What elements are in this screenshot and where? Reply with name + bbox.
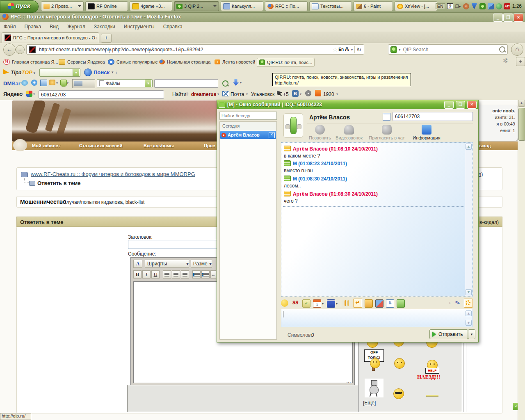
breadcrumb-forum-link[interactable]: www.RF-Cheats.ru :: Форум читеров и бото… [31,171,195,177]
url-input[interactable] [38,46,332,53]
nav-item-logout[interactable]: ыход [479,143,491,148]
remove-format-button[interactable]: A [133,260,142,268]
send-options-button[interactable]: ▼ [468,329,475,339]
tipatop-search-icon[interactable] [84,68,92,76]
help-tray-icon[interactable]: ? [447,3,453,9]
network-tray-icon[interactable] [488,3,494,9]
language-indicator[interactable]: EN [436,3,445,9]
quill-settings-icon[interactable]: ✎ [453,299,462,308]
smiley-picker-icon[interactable] [281,299,288,307]
ordered-list-button[interactable] [192,270,201,278]
bookmark-qip-ru[interactable]: QIP.RU: почта, поис... [257,58,315,67]
menu-bookmarks[interactable]: Закладки [94,22,115,32]
scroll-up-button[interactable]: ▲ [518,100,525,107]
align-left-button[interactable] [163,270,171,278]
firefox-title-bar[interactable]: RFC :: Портал читеров и ботоводов - Отве… [0,12,525,22]
qip-minimize-button[interactable]: _ [444,101,454,109]
dictionary-badge[interactable]: En [338,47,344,52]
align-center-button[interactable] [172,270,180,278]
taskbar-button-xnview[interactable]: XnView - [... [395,1,437,11]
yandex-counter[interactable]: +5 [283,91,289,97]
yandex-city-link[interactable]: Ульяновск [251,91,274,97]
search-input[interactable] [402,46,498,53]
bookmark-yandex-services[interactable]: Сервисы Яндекса [59,58,105,66]
qip-tray-icon[interactable] [479,3,486,9]
angry-smiley-icon[interactable] [394,358,405,369]
send-image-icon[interactable] [375,299,383,308]
nav-item-cabinet[interactable]: Мой кабинет [32,143,60,148]
punto-tray-icon[interactable] [471,3,477,9]
search-bar[interactable]: ▾ [388,44,508,55]
forward-button[interactable]: → [16,45,25,54]
nav-item-project[interactable]: Прое [204,143,215,148]
chat-scrollbar[interactable]: ▲ ▼ [465,143,472,296]
dmbar-pages-icon[interactable] [40,80,47,86]
tray-clock[interactable]: 1:26 [512,3,522,9]
outdent-button[interactable]: ← [210,270,216,278]
menu-file[interactable]: Файл [4,22,16,32]
new-tab-button[interactable]: + [101,34,112,43]
split-view-icon[interactable]: ⇅ [386,299,394,308]
back-button[interactable]: ← [3,43,16,56]
menu-view[interactable]: Вид [50,22,59,32]
knight-smiley-icon[interactable] [365,379,383,397]
user-info-line[interactable]: onic noob. [492,108,515,113]
bold-button[interactable]: B [133,270,142,278]
bookmark-star-icon[interactable]: ☆ [333,46,338,53]
tipatop-search-button[interactable]: Поиск [94,69,110,75]
resolution-folder-icon[interactable] [315,90,321,96]
taskbar-button-explorer[interactable]: 2 Прово... [41,1,84,11]
yandex-mail-menu[interactable]: Почта [231,91,244,97]
restore-tray-icon[interactable]: ❐▾ [455,4,461,9]
nav-item-stats[interactable]: Статистика мнений [79,143,123,148]
chevron-down-icon[interactable]: ▾ [336,302,338,306]
offtopic-smiley-icon[interactable] [370,358,380,368]
dmbar-flask-icon[interactable] [60,80,67,87]
menu-history[interactable]: Журнал [67,22,85,32]
add-toolbar-button[interactable]: + [516,57,525,66]
dmbar-brand[interactable]: DMBar [3,80,21,87]
send-on-enter-icon[interactable]: ↵ [353,299,362,308]
wrench-icon[interactable]: ⚒ [501,58,509,65]
spellcheck-icon[interactable]: ✓ [302,299,310,308]
download-manager-tray-icon[interactable] [496,3,502,9]
italic-button[interactable]: I [142,270,151,278]
tipatop-brand[interactable]: TipaTOP ▾ [11,69,35,75]
dmbar-files-select[interactable]: Файлы▾ [97,79,153,87]
dmbar-screenshot-button[interactable] [72,79,95,88]
minimize-button[interactable]: _ [493,14,503,22]
nav-item-albums[interactable]: Все альбомы [144,143,174,148]
qip-close-button[interactable]: ✕ [467,101,477,109]
gear-icon[interactable] [464,299,473,308]
align-right-button[interactable] [181,270,189,278]
yandex-user-menu[interactable]: dreamerus [191,91,216,97]
qip-uin-field[interactable]: 606142703 [393,112,473,121]
bullet-list-button[interactable] [201,270,210,278]
file-transfer-icon[interactable] [397,299,405,308]
qip-chat-history[interactable]: Артём Власов (01:08:10 24/10/2011) в как… [281,142,473,297]
qip-video-call-button[interactable]: Видеозвонок [333,125,365,140]
taskbar-button-4game[interactable]: 4game «З... [130,1,172,11]
taskbar-button-qip[interactable]: 3 QIP 2... [174,1,219,11]
start-button[interactable]: пуск [0,0,39,13]
dmbar-home-icon[interactable] [49,80,55,85]
qip-search-engine-icon[interactable] [390,46,397,53]
mail-icon[interactable] [222,91,229,96]
bookmark-yandex-home[interactable]: ЯГлавная страница Я... [3,58,58,66]
qip-message-input[interactable]: ▲ ▼ [281,309,473,327]
qip-contact-tab-selected[interactable]: Артём Власов ✕ [220,131,276,139]
tab-active[interactable]: RFC :: Портал читеров и ботоводов - Отв.… [2,32,99,43]
url-bar[interactable]: ☆ En & ▾ ↻ [26,44,364,55]
qip-invite-chat-button[interactable]: Пригласить в чат [365,125,408,140]
resize-handle[interactable]: ... [347,379,351,384]
taskbar-button-paint[interactable]: 6 - Paint [354,1,393,11]
qip-title-bar[interactable]: [M] - Окно сообщений | ICQ# 600104223 _ … [217,100,478,109]
toolbar-overflow-chevron[interactable]: › [449,300,451,305]
send-email-icon[interactable] [365,299,373,308]
close-button[interactable]: ✕ [514,14,523,22]
close-chat-icon[interactable]: ✕ [269,132,275,138]
addon-amp-icon[interactable]: & [345,46,350,53]
bookmark-popular[interactable]: Самые популярные [108,58,158,66]
underline-button[interactable]: U [151,270,160,278]
yandex-brand[interactable]: Яндекс [3,91,22,97]
